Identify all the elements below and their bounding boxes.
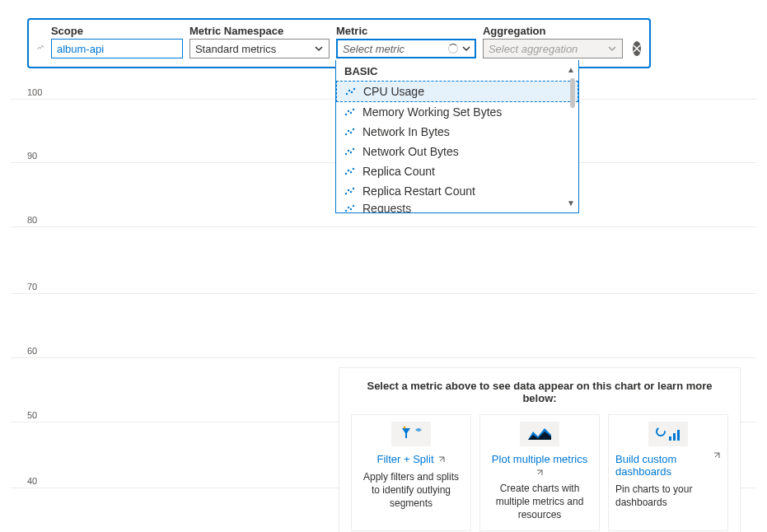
- svg-point-2: [351, 91, 353, 93]
- scroll-down-icon[interactable]: ▼: [567, 198, 575, 208]
- scroll-up-icon[interactable]: ▲: [567, 65, 575, 74]
- gridline: [11, 293, 756, 294]
- metric-placeholder: Select metric: [343, 43, 405, 55]
- aggregation-placeholder: Select aggregation: [489, 43, 578, 55]
- svg-rect-31: [673, 433, 676, 441]
- metric-select[interactable]: Select metric: [336, 39, 476, 58]
- metric-label: Metric: [336, 25, 476, 37]
- dropdown-item-label: Replica Count: [362, 165, 435, 178]
- aggregation-field: Aggregation Select aggregation: [483, 25, 623, 58]
- svg-point-18: [350, 171, 352, 173]
- namespace-select[interactable]: Standard metrics: [189, 39, 330, 58]
- card-plot-multiple: Plot multiple metrics Create charts with…: [479, 414, 600, 531]
- svg-point-27: [353, 205, 354, 207]
- dropdown-item-label: Network In Bytes: [362, 125, 450, 138]
- svg-point-10: [350, 132, 352, 133]
- filter-icon: [391, 422, 431, 446]
- scope-label: Scope: [51, 25, 183, 37]
- area-chart-icon: [520, 422, 559, 446]
- dropdown-item-label: Replica Restart Count: [362, 184, 475, 198]
- scope-value: album-api: [57, 43, 104, 55]
- aggregation-label: Aggregation: [483, 25, 623, 37]
- card-link-plot-multiple[interactable]: Plot multiple metrics: [487, 453, 592, 477]
- dashboard-icon: [648, 422, 688, 446]
- external-link-icon: [535, 469, 544, 477]
- dropdown-item-requests[interactable]: Requests: [336, 201, 578, 212]
- helper-title: Select a metric above to see data appear…: [351, 380, 728, 404]
- svg-point-25: [348, 207, 349, 208]
- svg-point-14: [350, 152, 352, 153]
- svg-point-15: [353, 148, 354, 150]
- svg-point-9: [348, 130, 349, 132]
- metric-icon: [345, 86, 357, 97]
- metrics-icon: [37, 41, 44, 54]
- helper-panel: Select a metric above to see data appear…: [339, 367, 741, 532]
- dropdown-item-label: Requests: [362, 202, 411, 212]
- remove-metric-button[interactable]: [633, 41, 641, 56]
- svg-point-3: [353, 88, 355, 90]
- y-tick-label: 80: [27, 215, 37, 225]
- namespace-label: Metric Namespace: [189, 25, 330, 37]
- svg-point-13: [348, 150, 349, 152]
- svg-point-0: [346, 93, 348, 95]
- card-link-dashboards[interactable]: Build custom dashboards: [615, 453, 721, 478]
- svg-point-19: [353, 168, 354, 170]
- dropdown-item-label: CPU Usage: [363, 85, 424, 98]
- dropdown-item-network-out[interactable]: Network Out Bytes: [336, 142, 578, 161]
- svg-point-26: [350, 208, 352, 210]
- dropdown-item-replica-count[interactable]: Replica Count: [336, 161, 578, 181]
- svg-point-11: [353, 128, 354, 130]
- svg-point-24: [345, 210, 347, 212]
- metric-icon: [344, 106, 356, 118]
- scrollbar-thumb[interactable]: [570, 78, 575, 108]
- metric-icon: [344, 126, 356, 138]
- card-filter-split: Filter + Split Apply filters and splits …: [351, 414, 471, 531]
- svg-point-4: [345, 114, 347, 115]
- namespace-field: Metric Namespace Standard metrics: [189, 25, 330, 58]
- card-link-filter-split[interactable]: Filter + Split: [377, 453, 446, 465]
- svg-point-22: [350, 191, 352, 193]
- dropdown-item-replica-restart[interactable]: Replica Restart Count: [336, 181, 578, 201]
- gridline: [11, 226, 756, 227]
- chevron-down-icon: [461, 44, 471, 54]
- y-tick-label: 50: [27, 410, 37, 420]
- y-tick-label: 40: [27, 476, 37, 486]
- chevron-down-icon: [607, 44, 617, 54]
- svg-point-7: [353, 109, 354, 110]
- svg-point-28: [404, 427, 406, 429]
- dropdown-list: CPU Usage Memory Working Set Bytes Netwo…: [336, 81, 578, 212]
- y-tick-label: 60: [27, 346, 37, 356]
- metric-field: Metric Select metric: [336, 25, 476, 58]
- svg-point-29: [657, 427, 665, 436]
- card-desc: Pin charts to your dashboards: [615, 483, 721, 509]
- scope-field: Scope album-api: [51, 25, 183, 58]
- svg-rect-32: [677, 430, 680, 441]
- dropdown-item-label: Memory Working Set Bytes: [362, 105, 502, 119]
- card-dashboards: Build custom dashboards Pin charts to yo…: [608, 414, 728, 531]
- card-link-label: Plot multiple metrics: [492, 453, 587, 465]
- dropdown-item-label: Network Out Bytes: [362, 145, 459, 158]
- external-link-icon: [713, 451, 721, 460]
- metric-dropdown: BASIC CPU Usage Memory Working Set Bytes…: [335, 60, 579, 213]
- gridline: [11, 357, 756, 358]
- card-desc: Create charts with multiple metrics and …: [487, 482, 592, 522]
- external-link-icon: [437, 455, 446, 464]
- svg-point-6: [350, 112, 352, 114]
- svg-point-8: [345, 133, 347, 135]
- svg-point-1: [348, 90, 350, 91]
- scope-select[interactable]: album-api: [51, 39, 183, 58]
- dropdown-item-network-in[interactable]: Network In Bytes: [336, 122, 578, 142]
- y-tick-label: 90: [27, 151, 37, 161]
- metric-icon: [344, 185, 356, 197]
- dropdown-item-memory[interactable]: Memory Working Set Bytes: [336, 102, 578, 122]
- svg-point-20: [345, 193, 347, 194]
- card-link-label: Build custom dashboards: [615, 453, 721, 478]
- aggregation-select[interactable]: Select aggregation: [483, 39, 623, 58]
- metric-icon: [344, 203, 356, 212]
- svg-rect-30: [669, 436, 671, 441]
- loading-spinner-icon: [448, 44, 458, 54]
- metric-icon: [344, 166, 356, 177]
- card-link-label: Filter + Split: [377, 453, 434, 465]
- svg-point-17: [348, 170, 349, 171]
- dropdown-item-cpu-usage[interactable]: CPU Usage: [336, 81, 578, 102]
